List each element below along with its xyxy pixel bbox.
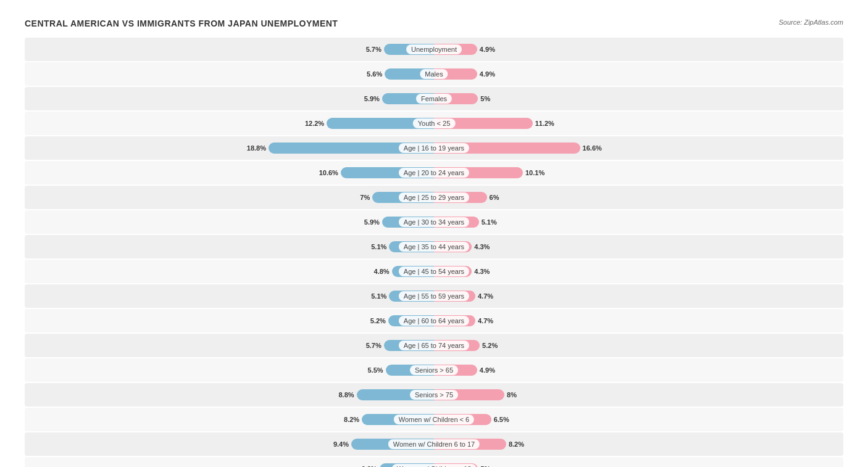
right-section: 4.7% (434, 310, 843, 331)
bar-pink-0: 4.9% (434, 44, 477, 55)
bar-blue-5: 10.6% (341, 167, 434, 178)
bar-row: 5.9% Age | 30 to 34 years 5.1% (25, 210, 843, 234)
bar-value-right-8: 4.3% (474, 243, 490, 250)
bar-blue-8: 5.1% (389, 241, 434, 252)
right-section: 6% (434, 187, 843, 208)
bar-row: 10.6% Age | 20 to 24 years 10.1% (25, 161, 843, 184)
bar-blue-15: 8.2% (362, 414, 434, 425)
bar-value-right-3: 11.2% (535, 120, 554, 127)
left-section: 8.2% (25, 409, 434, 430)
bar-pink-9: 4.3% (434, 266, 472, 277)
left-section: 12.2% (25, 113, 434, 134)
bar-value-right-0: 4.9% (480, 46, 495, 53)
bar-value-right-4: 16.6% (583, 144, 602, 152)
bar-blue-4: 18.8% (269, 143, 434, 154)
bar-value-right-14: 8% (507, 391, 517, 399)
left-section: 18.8% (25, 138, 434, 159)
bars-wrapper: 9.4% Women w/ Children 6 to 17 8.2% (25, 434, 843, 455)
bar-pink-4: 16.6% (434, 143, 580, 154)
bar-pink-2: 5% (434, 93, 478, 104)
bar-blue-1: 5.6% (385, 68, 434, 80)
bars-wrapper: 8.8% Seniors > 75 8% (25, 384, 843, 405)
bar-blue-6: 7% (372, 192, 434, 203)
left-section: 5.7% (25, 335, 434, 356)
right-section: 4.9% (434, 64, 843, 85)
bar-pink-5: 10.1% (434, 167, 523, 178)
bar-value-right-10: 4.7% (478, 292, 493, 300)
bar-pink-16: 8.2% (434, 439, 506, 450)
bars-wrapper: 10.6% Age | 20 to 24 years 10.1% (25, 162, 843, 183)
bars-wrapper: 6.2% Women w/ Children < 18 5% (25, 458, 843, 467)
right-section: 4.9% (434, 39, 843, 60)
bar-row: 5.6% Males 4.9% (25, 62, 843, 86)
bar-value-left-8: 5.1% (371, 243, 386, 250)
bar-value-right-2: 5% (480, 95, 490, 102)
chart-source: Source: ZipAtlas.com (778, 19, 843, 26)
bar-value-left-15: 8.2% (344, 416, 359, 423)
bar-blue-12: 5.7% (384, 340, 434, 351)
bar-row: 7% Age | 25 to 29 years 6% (25, 186, 843, 209)
bars-wrapper: 12.2% Youth < 25 11.2% (25, 113, 843, 134)
bar-value-left-9: 4.8% (374, 268, 390, 275)
bars-wrapper: 5.9% Females 5% (25, 88, 843, 109)
bar-row: 5.9% Females 5% (25, 87, 843, 110)
bar-value-right-11: 4.7% (478, 317, 493, 324)
bar-value-left-0: 5.7% (366, 46, 382, 53)
bar-blue-3: 12.2% (327, 118, 434, 129)
bar-pink-3: 11.2% (434, 118, 533, 129)
left-section: 5.6% (25, 64, 434, 85)
bars-wrapper: 5.7% Age | 65 to 74 years 5.2% (25, 335, 843, 356)
chart-container: CENTRAL AMERICAN VS IMMIGRANTS FROM JAPA… (12, 12, 856, 467)
bar-value-right-12: 5.2% (482, 342, 498, 349)
bars-wrapper: 5.7% Unemployment 4.9% (25, 39, 843, 60)
right-section: 5.1% (434, 212, 843, 233)
right-section: 4.9% (434, 360, 843, 381)
bar-value-right-9: 4.3% (474, 268, 490, 275)
left-section: 5.1% (25, 236, 434, 257)
bar-row: 5.1% Age | 55 to 59 years 4.7% (25, 284, 843, 308)
right-section: 11.2% (434, 113, 843, 134)
left-section: 5.1% (25, 286, 434, 307)
bar-blue-2: 5.9% (382, 93, 434, 104)
bar-row: 12.2% Youth < 25 11.2% (25, 112, 843, 135)
chart-title: CENTRAL AMERICAN VS IMMIGRANTS FROM JAPA… (25, 19, 338, 28)
left-section: 5.5% (25, 360, 434, 381)
bar-value-left-6: 7% (360, 194, 370, 201)
bar-value-right-15: 6.5% (494, 416, 509, 423)
bar-value-right-7: 5.1% (482, 218, 497, 226)
bar-value-left-10: 5.1% (371, 292, 386, 300)
bar-pink-17: 5% (434, 463, 478, 467)
left-section: 4.8% (25, 261, 434, 282)
chart-inner: 5.7% Unemployment 4.9% 5.6% Males 4.9% (25, 38, 843, 467)
bar-row: 5.2% Age | 60 to 64 years 4.7% (25, 309, 843, 333)
bar-blue-17: 6.2% (380, 463, 434, 467)
bars-wrapper: 5.5% Seniors > 65 4.9% (25, 360, 843, 381)
right-section: 16.6% (434, 138, 843, 159)
bar-pink-10: 4.7% (434, 291, 475, 302)
bar-value-left-16: 9.4% (333, 440, 349, 448)
bar-value-left-11: 5.2% (370, 317, 386, 324)
bars-wrapper: 5.6% Males 4.9% (25, 64, 843, 85)
bars-wrapper: 4.8% Age | 45 to 54 years 4.3% (25, 261, 843, 282)
left-section: 9.4% (25, 434, 434, 455)
bar-pink-8: 4.3% (434, 241, 472, 252)
bar-value-left-4: 18.8% (247, 144, 266, 152)
bar-value-right-16: 8.2% (509, 440, 524, 448)
bars-wrapper: 5.2% Age | 60 to 64 years 4.7% (25, 310, 843, 331)
bar-blue-13: 5.5% (386, 365, 434, 376)
bars-wrapper: 5.9% Age | 30 to 34 years 5.1% (25, 212, 843, 233)
bar-blue-7: 5.9% (382, 217, 434, 228)
bars-wrapper: 7% Age | 25 to 29 years 6% (25, 187, 843, 208)
bar-value-right-13: 4.9% (480, 366, 495, 374)
bar-pink-7: 5.1% (434, 217, 479, 228)
bar-value-left-3: 12.2% (305, 120, 324, 127)
bar-value-left-12: 5.7% (366, 342, 382, 349)
bar-pink-11: 4.7% (434, 315, 475, 326)
bar-value-left-2: 5.9% (364, 95, 380, 102)
bar-row: 6.2% Women w/ Children < 18 5% (25, 457, 843, 467)
left-section: 5.9% (25, 212, 434, 233)
bar-blue-10: 5.1% (389, 291, 434, 302)
bar-value-left-7: 5.9% (364, 218, 380, 226)
bars-wrapper: 18.8% Age | 16 to 19 years 16.6% (25, 138, 843, 159)
bar-value-right-6: 6% (490, 194, 499, 201)
